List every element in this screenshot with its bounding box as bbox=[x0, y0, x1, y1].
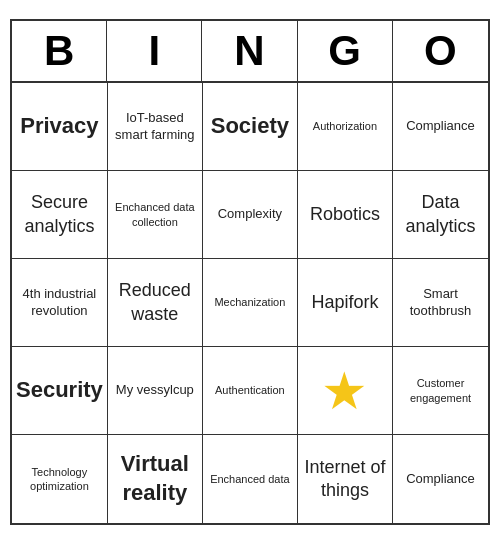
cell-label: Mechanization bbox=[214, 295, 285, 309]
bingo-cell: Reduced waste bbox=[108, 259, 203, 347]
cell-label: Hapifork bbox=[311, 291, 378, 314]
bingo-cell: Hapifork bbox=[298, 259, 393, 347]
bingo-cell: Smart toothbrush bbox=[393, 259, 488, 347]
cell-label: Society bbox=[211, 112, 289, 141]
cell-label: Compliance bbox=[406, 118, 475, 135]
bingo-cell: Authorization bbox=[298, 83, 393, 171]
bingo-cell: Secure analytics bbox=[12, 171, 108, 259]
bingo-cell: IoT-based smart farming bbox=[108, 83, 203, 171]
bingo-cell: Enchanced data bbox=[203, 435, 298, 523]
cell-label: Complexity bbox=[218, 206, 282, 223]
cell-label: Security bbox=[16, 376, 103, 405]
cell-label: Customer engagement bbox=[397, 376, 484, 405]
cell-label: Enchanced data bbox=[210, 472, 290, 486]
bingo-cell: Enchanced data collection bbox=[108, 171, 203, 259]
cell-label: Authorization bbox=[313, 119, 377, 133]
bingo-cell: Technology optimization bbox=[12, 435, 108, 523]
bingo-letter: O bbox=[393, 21, 488, 83]
bingo-cell: Robotics bbox=[298, 171, 393, 259]
bingo-cell: Internet of things bbox=[298, 435, 393, 523]
bingo-letter: B bbox=[12, 21, 107, 83]
bingo-cell: Security bbox=[12, 347, 108, 435]
cell-label: Privacy bbox=[20, 112, 98, 141]
bingo-card: BINGO PrivacyIoT-based smart farmingSoci… bbox=[10, 19, 490, 525]
bingo-header: BINGO bbox=[12, 21, 488, 83]
cell-label: Secure analytics bbox=[16, 191, 103, 238]
cell-label: Smart toothbrush bbox=[397, 286, 484, 320]
cell-label: Reduced waste bbox=[112, 279, 198, 326]
bingo-cell: Society bbox=[203, 83, 298, 171]
bingo-cell: Compliance bbox=[393, 435, 488, 523]
bingo-cell: ★ bbox=[298, 347, 393, 435]
bingo-cell: Complexity bbox=[203, 171, 298, 259]
bingo-cell: Compliance bbox=[393, 83, 488, 171]
bingo-cell: Authentication bbox=[203, 347, 298, 435]
bingo-letter: N bbox=[202, 21, 297, 83]
bingo-cell: Privacy bbox=[12, 83, 108, 171]
bingo-cell: Mechanization bbox=[203, 259, 298, 347]
cell-label: Compliance bbox=[406, 471, 475, 488]
bingo-grid: PrivacyIoT-based smart farmingSocietyAut… bbox=[12, 83, 488, 523]
cell-label: Data analytics bbox=[397, 191, 484, 238]
cell-label: IoT-based smart farming bbox=[112, 110, 198, 144]
bingo-cell: Data analytics bbox=[393, 171, 488, 259]
cell-label: Robotics bbox=[310, 203, 380, 226]
cell-label: Technology optimization bbox=[16, 465, 103, 494]
star-icon: ★ bbox=[321, 365, 368, 417]
bingo-cell: 4th industrial revolution bbox=[12, 259, 108, 347]
cell-label: Authentication bbox=[215, 383, 285, 397]
bingo-letter: I bbox=[107, 21, 202, 83]
cell-label: 4th industrial revolution bbox=[16, 286, 103, 320]
cell-label: Enchanced data collection bbox=[112, 200, 198, 229]
bingo-cell: Customer engagement bbox=[393, 347, 488, 435]
bingo-letter: G bbox=[298, 21, 393, 83]
cell-label: My vessylcup bbox=[116, 382, 194, 399]
bingo-cell: Virtual reality bbox=[108, 435, 203, 523]
cell-label: Internet of things bbox=[302, 456, 388, 503]
cell-label: Virtual reality bbox=[112, 450, 198, 507]
bingo-cell: My vessylcup bbox=[108, 347, 203, 435]
